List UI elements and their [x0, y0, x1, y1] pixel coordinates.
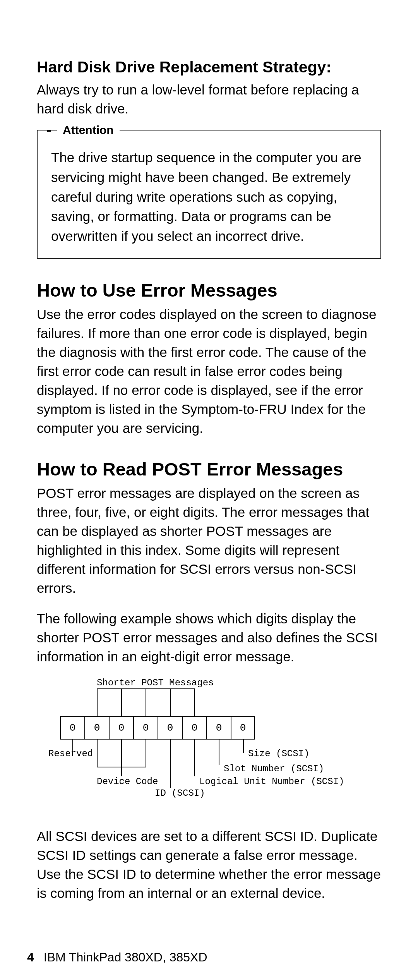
digit-cell: 0: [109, 716, 133, 740]
label-device-code: Device Code: [97, 776, 158, 787]
label-size: Size (SCSI): [248, 748, 309, 759]
attention-legend: Attention: [57, 124, 120, 137]
attention-body: The drive startup sequence in the comput…: [51, 148, 367, 246]
paragraph-read-post-3: All SCSI devices are set to a different …: [37, 827, 381, 903]
digit-cell: 0: [60, 716, 84, 740]
page-number: 4: [27, 950, 34, 964]
footer: 4IBM ThinkPad 380XD, 385XD: [27, 950, 207, 965]
label-lun: Logical Unit Number (SCSI): [199, 776, 344, 787]
digit-row: 0 0 0 0 0 0 0 0: [60, 716, 255, 740]
book-title: IBM ThinkPad 380XD, 385XD: [44, 950, 207, 964]
digit-cell: 0: [206, 716, 231, 740]
heading-read-post: How to Read POST Error Messages: [37, 459, 381, 480]
heading-use-error: How to Use Error Messages: [37, 280, 381, 301]
label-slot: Slot Number (SCSI): [224, 764, 324, 774]
paragraph-read-post-1: POST error messages are displayed on the…: [37, 484, 381, 597]
label-reserved: Reserved: [48, 748, 93, 759]
digit-cell: 0: [158, 716, 182, 740]
attention-box: Attention The drive startup sequence in …: [37, 130, 381, 259]
digit-cell: 0: [133, 716, 158, 740]
digit-cell: 0: [84, 716, 109, 740]
digit-cell: 0: [231, 716, 255, 740]
label-id-scsi: ID (SCSI): [155, 788, 205, 798]
heading-hdd-strategy: Hard Disk Drive Replacement Strategy:: [37, 58, 381, 76]
digit-cell: 0: [182, 716, 206, 740]
page: Hard Disk Drive Replacement Strategy: Al…: [0, 0, 418, 980]
diagram-top-label: Shorter POST Messages: [97, 678, 214, 688]
post-error-diagram: Shorter POST Messages 0 0 0 0 0 0 0 0: [48, 678, 381, 813]
paragraph-use-error: Use the error codes displayed on the scr…: [37, 305, 381, 438]
paragraph-read-post-2: The following example shows which digits…: [37, 609, 381, 666]
paragraph-hdd: Always try to run a low-level format bef…: [37, 80, 381, 118]
